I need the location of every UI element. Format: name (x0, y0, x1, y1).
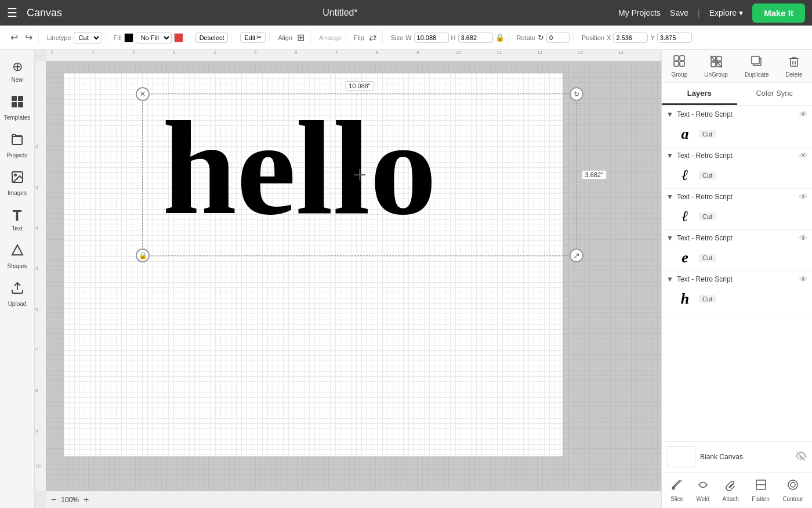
fill-select[interactable]: No Fill (136, 32, 172, 44)
upload-icon (10, 281, 24, 298)
layer-chevron-3: ▼ (666, 193, 673, 201)
sidebar-item-new[interactable]: ⊕ New (2, 55, 32, 88)
svg-rect-1 (18, 96, 23, 101)
size-label: Size (391, 34, 403, 41)
white-canvas-surface[interactable]: hello (64, 73, 563, 456)
svg-rect-3 (18, 102, 23, 107)
shapes-icon (10, 243, 24, 261)
ruler-left: 2 3 4 5 6 7 8 9 10 11 (35, 62, 46, 491)
blank-canvas-visibility[interactable] (796, 451, 806, 463)
layer-header-4[interactable]: ▼ Text - Retro Script 👁 (662, 230, 812, 246)
rotate-input[interactable]: 0 (546, 33, 570, 43)
layer-visibility-5[interactable]: 👁 (799, 275, 807, 284)
delete-button[interactable]: Delete (784, 53, 805, 80)
layer-char-5: h (676, 290, 694, 308)
x-input[interactable]: 2.536 (613, 33, 648, 43)
zoom-out-button[interactable]: − (51, 495, 56, 505)
fill-color-swatch[interactable] (124, 33, 133, 42)
canvas-area[interactable]: hello 10.088" 3.682" ✕ (46, 62, 661, 491)
delete-label: Delete (786, 71, 803, 78)
left-sidebar: ⊕ New Templates Projects Images T Text (0, 50, 35, 508)
sidebar-item-templates[interactable]: Templates (2, 90, 32, 125)
hamburger-icon[interactable]: ☰ (7, 6, 17, 20)
edit-icon: ✂ (256, 34, 262, 41)
toolbar: ↩ ↪ Linetype Cut Fill No Fill Deselect E… (0, 26, 812, 50)
tab-color-sync[interactable]: Color Sync (737, 83, 813, 105)
sidebar-item-shapes[interactable]: Shapes (2, 239, 32, 274)
bottom-actions-bar: Slice Weld Attach (662, 472, 812, 508)
zoom-in-button[interactable]: + (84, 495, 89, 505)
hello-text-element[interactable]: hello (162, 108, 592, 271)
undo-redo-group: ↩ ↪ (5, 31, 39, 44)
my-projects-link[interactable]: My Projects (618, 8, 661, 17)
layer-preview-3: ℓ Cut (662, 205, 812, 229)
align-button[interactable]: ⊞ (295, 31, 307, 44)
layer-visibility-2[interactable]: 👁 (799, 151, 807, 160)
make-it-button[interactable]: Make It (752, 3, 805, 23)
tab-layers[interactable]: Layers (662, 83, 737, 105)
layer-visibility-1[interactable]: 👁 (799, 110, 807, 119)
explore-button[interactable]: Explore ▾ (709, 8, 743, 17)
sidebar-item-images[interactable]: Images (2, 165, 32, 201)
y-input[interactable]: 3.875 (657, 33, 692, 43)
layer-char-1: a (676, 125, 694, 143)
svg-line-24 (673, 480, 680, 488)
slice-button[interactable]: Slice (667, 476, 687, 505)
layer-header-1[interactable]: ▼ Text - Retro Script 👁 (662, 106, 812, 123)
layer-cut-badge-3: Cut (699, 212, 716, 221)
sidebar-item-projects[interactable]: Projects (2, 128, 32, 163)
weld-button[interactable]: Weld (693, 476, 713, 505)
linetype-label: Linetype (47, 34, 71, 41)
height-input[interactable]: 3.682 (458, 33, 493, 43)
lock-proportions-icon[interactable]: 🔒 (495, 33, 505, 42)
main-area: ⊕ New Templates Projects Images T Text (0, 50, 812, 508)
linetype-group: Linetype Cut (44, 32, 106, 44)
layer-chevron-1: ▼ (666, 110, 673, 118)
layer-preview-4: e Cut (662, 246, 812, 271)
save-button[interactable]: Save (670, 8, 688, 17)
width-input[interactable]: 10.088 (414, 33, 449, 43)
layer-cut-badge-5: Cut (699, 295, 716, 303)
duplicate-button[interactable]: Duplicate (742, 53, 771, 80)
stroke-color-swatch[interactable] (174, 33, 183, 42)
width-label: W (405, 34, 411, 41)
sidebar-item-upload[interactable]: Upload (2, 276, 32, 312)
svg-rect-14 (711, 62, 716, 67)
svg-line-16 (710, 56, 722, 67)
layer-header-2[interactable]: ▼ Text - Retro Script 👁 (662, 147, 812, 164)
attach-button[interactable]: Attach (719, 476, 742, 505)
sidebar-item-text[interactable]: T Text (2, 203, 32, 236)
canvas-wrapper[interactable]: 0 1 2 3 4 5 6 7 8 9 10 11 12 13 14 2 3 4 (35, 50, 661, 508)
layer-header-5[interactable]: ▼ Text - Retro Script 👁 (662, 271, 812, 287)
edit-button[interactable]: Edit ✂ (240, 32, 266, 43)
zoom-level: 100% (61, 496, 79, 504)
size-group: Size W 10.088 H 3.682 🔒 (387, 33, 509, 43)
blank-canvas-label: Blank Canvas (700, 453, 791, 461)
divider: | (698, 8, 700, 17)
layer-cut-badge-4: Cut (699, 254, 716, 262)
deselect-button[interactable]: Deselect (195, 33, 229, 43)
duplicate-label: Duplicate (745, 71, 769, 78)
flatten-button[interactable]: Flatten (748, 476, 773, 505)
linetype-select[interactable]: Cut (74, 32, 102, 44)
ungroup-icon (710, 55, 723, 70)
svg-rect-9 (680, 56, 684, 60)
contour-button[interactable]: Contour (779, 476, 807, 505)
group-button[interactable]: Group (669, 52, 690, 80)
ungroup-button[interactable]: UnGroup (702, 53, 730, 80)
blank-canvas-row: Blank Canvas (662, 442, 812, 472)
right-tabs: Layers Color Sync (662, 83, 812, 106)
flip-label: Flip (354, 34, 364, 41)
undo-button[interactable]: ↩ (8, 31, 20, 44)
edit-group: Edit ✂ (237, 32, 270, 43)
layer-item-4: ▼ Text - Retro Script 👁 e Cut (662, 230, 812, 271)
layer-header-3[interactable]: ▼ Text - Retro Script 👁 (662, 189, 812, 205)
layer-visibility-3[interactable]: 👁 (799, 192, 807, 201)
redo-button[interactable]: ↪ (23, 31, 35, 44)
arrange-group: Arrange (316, 34, 346, 41)
layer-visibility-4[interactable]: 👁 (799, 233, 807, 243)
layer-preview-1: a Cut (662, 123, 812, 147)
flip-button[interactable]: ⇄ (367, 31, 379, 44)
hello-text[interactable]: hello (162, 102, 437, 236)
align-label: Align (278, 34, 292, 41)
